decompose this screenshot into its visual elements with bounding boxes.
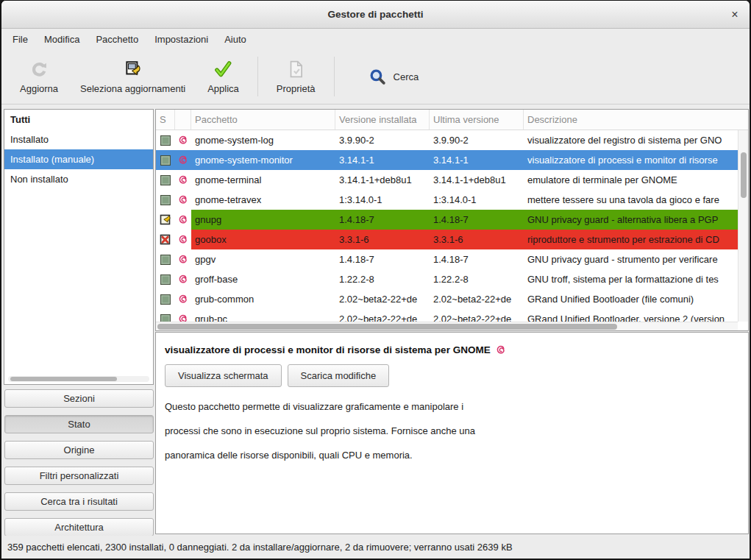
debian-swirl-icon <box>175 230 191 249</box>
package-manager-window: Gestore di pacchetti × FileModificaPacch… <box>0 0 751 560</box>
window-title: Gestore di pacchetti <box>1 9 750 20</box>
installed-status-icon <box>156 269 175 289</box>
titlebar[interactable]: Gestore di pacchetti × <box>1 1 750 29</box>
column-header-swirl[interactable] <box>175 110 191 130</box>
filter-item-non-installato[interactable]: Non installato <box>4 169 153 189</box>
package-table-body: gnome-system-log3.9.90-23.9.90-2visualiz… <box>156 130 738 322</box>
column-header-descrizione[interactable]: Descrizione <box>524 110 748 130</box>
column-header-s[interactable]: S <box>156 110 175 130</box>
installed-status-icon <box>156 130 175 150</box>
statusbar: 359 pacchetti elencati, 2300 installati,… <box>1 536 750 559</box>
table-row[interactable]: gpgv1.4.18-71.4.18-7GNU privacy guard - … <box>156 249 738 269</box>
toolbar-separator <box>257 57 258 96</box>
debian-swirl-icon <box>175 170 191 190</box>
installed-status-icon <box>156 309 175 322</box>
status-filter-list[interactable]: TuttiInstallatoInstallato (manuale)Non i… <box>4 109 154 385</box>
horizontal-scrollbar-thumb[interactable] <box>157 324 617 330</box>
close-button[interactable]: × <box>727 7 742 22</box>
installed-status-icon <box>156 150 175 170</box>
toolbar: AggiornaSeleziona aggiornamentiApplicaPr… <box>1 49 750 104</box>
remove-status-icon <box>156 230 175 249</box>
toolbar-seleziona-aggiornamenti[interactable]: Seleziona aggiornamenti <box>73 57 193 97</box>
list-scrollbar-thumb[interactable] <box>10 377 117 381</box>
statusbar-text: 359 pacchetti elencati, 2300 installati,… <box>7 542 513 553</box>
toolbar-cerca[interactable]: Cerca <box>361 64 427 90</box>
installed-status-icon <box>156 289 175 309</box>
menu-file[interactable]: File <box>4 31 36 48</box>
sidebar-button-cerca-tra-i-risultati[interactable]: Cerca tra i risultati <box>4 492 154 511</box>
close-icon: × <box>731 8 738 21</box>
main-area: TuttiInstallatoInstallato (manuale)Non i… <box>1 105 750 536</box>
package-table: SPacchettoVersione installataUltima vers… <box>155 109 749 331</box>
debian-swirl-icon <box>175 190 191 210</box>
table-row[interactable]: groff-base1.22.2-81.22.2-8GNU troff, sis… <box>156 269 738 289</box>
table-horizontal-scrollbar[interactable] <box>156 322 738 330</box>
sidebar-buttons: SezioniStatoOrigineFiltri personalizzati… <box>4 389 154 536</box>
upgrade-status-icon <box>156 210 175 230</box>
column-header-ultima-versione[interactable]: Ultima versione <box>430 110 524 130</box>
table-row[interactable]: goobox3.3.1-63.3.1-6riproduttore e strum… <box>156 230 738 249</box>
list-horizontal-scrollbar[interactable] <box>8 376 149 382</box>
table-row[interactable]: gnome-terminal3.14.1-1+deb8u13.14.1-1+de… <box>156 170 738 190</box>
table-row[interactable]: grub-pc2.02~beta2-22+de2.02~beta2-22+deG… <box>156 309 738 322</box>
menubar: FileModificaPacchettoImpostazioniAiuto <box>1 29 750 49</box>
menu-aiuto[interactable]: Aiuto <box>216 31 255 48</box>
menu-modifica[interactable]: Modifica <box>36 31 88 48</box>
details-button-scarica-modifiche[interactable]: Scarica modifiche <box>288 364 390 387</box>
package-summary: visualizzatore di processi e monitor di … <box>165 344 739 355</box>
debian-swirl-icon <box>175 130 191 150</box>
installed-status-icon <box>156 249 175 269</box>
filter-item-installato-manuale[interactable]: Installato (manuale) <box>4 149 153 169</box>
column-header-pacchetto[interactable]: Pacchetto <box>191 110 335 130</box>
installed-status-icon <box>156 170 175 190</box>
details-button-visualizza-schermata[interactable]: Visualizza schermata <box>165 364 282 387</box>
details-buttons: Visualizza schermataScarica modifiche <box>165 364 739 387</box>
toolbar-applica[interactable]: Applica <box>200 57 246 97</box>
vertical-scrollbar-thumb[interactable] <box>741 152 747 198</box>
toolbar-separator <box>334 57 335 96</box>
table-row[interactable]: gnome-tetravex1:3.14.0-11:3.14.0-1metter… <box>156 190 738 210</box>
debian-swirl-icon <box>175 210 191 230</box>
package-description: Questo pacchetto permette di visualizzar… <box>165 394 739 467</box>
debian-swirl-icon <box>496 345 506 355</box>
filter-item-installato[interactable]: Installato <box>4 130 153 149</box>
menu-pacchetto[interactable]: Pacchetto <box>88 31 146 48</box>
sidebar-button-stato[interactable]: Stato <box>4 415 154 433</box>
sidebar-button-filtri-personalizzati[interactable]: Filtri personalizzati <box>4 467 154 485</box>
table-row[interactable]: gnupg1.4.18-71.4.18-7GNU privacy guard -… <box>156 210 738 230</box>
package-summary-text: visualizzatore di processi e monitor di … <box>165 344 491 355</box>
toolbar-propriet[interactable]: Proprietà <box>269 57 323 97</box>
column-header-versione-installata[interactable]: Versione installata <box>335 110 430 130</box>
debian-swirl-icon <box>175 289 191 309</box>
filter-item-tutti[interactable]: Tutti <box>4 110 153 130</box>
table-header: SPacchettoVersione installataUltima vers… <box>156 110 748 130</box>
properties-icon <box>286 60 305 79</box>
sidebar-button-origine[interactable]: Origine <box>4 441 154 459</box>
sidebar-button-sezioni[interactable]: Sezioni <box>4 389 154 408</box>
menu-impostazioni[interactable]: Impostazioni <box>146 31 216 48</box>
table-vertical-scrollbar[interactable] <box>738 130 748 322</box>
table-row[interactable]: gnome-system-monitor3.14.1-13.14.1-1visu… <box>156 150 738 170</box>
debian-swirl-icon <box>175 150 191 170</box>
debian-swirl-icon <box>175 249 191 269</box>
installed-status-icon <box>156 190 175 210</box>
select-upgrades-icon <box>124 60 143 79</box>
refresh-icon <box>30 60 49 79</box>
sidebar-button-architettura[interactable]: Architettura <box>4 518 154 536</box>
debian-swirl-icon <box>175 269 191 289</box>
details-panel: visualizzatore di processi e monitor di … <box>155 332 749 534</box>
debian-swirl-icon <box>175 309 191 322</box>
table-row[interactable]: grub-common2.02~beta2-22+de2.02~beta2-22… <box>156 289 738 309</box>
search-icon <box>369 67 387 87</box>
apply-check-icon <box>213 60 232 79</box>
toolbar-aggiorna[interactable]: Aggiorna <box>13 57 65 97</box>
table-row[interactable]: gnome-system-log3.9.90-23.9.90-2visualiz… <box>156 130 738 150</box>
